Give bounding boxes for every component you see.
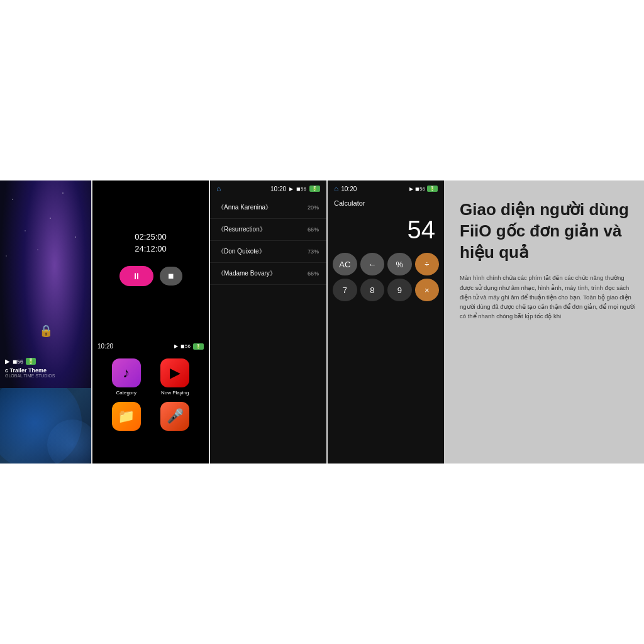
- app-grid: ♪ Category ▶ Now Playing 📁 🎤: [97, 353, 204, 436]
- panel-title: Giao diện người dùng FiiO gốc đơn giản v…: [460, 199, 636, 263]
- screen4-calculator: ⌂ 10:20 ▶ ◼56 🔋 Calculator 54 AC←%÷789×: [328, 180, 444, 464]
- calc-btn-÷[interactable]: ÷: [415, 253, 440, 275]
- home-volume-icon: ◼56: [180, 343, 191, 349]
- calc-btn-7[interactable]: 7: [333, 279, 357, 301]
- calc-header-left: ⌂ 10:20: [334, 184, 357, 193]
- ebook-battery: 🔋: [309, 186, 320, 192]
- content-row: 🔒 ▶ ◼56 🔋 c Trailer Theme GLOBAL TIME ST…: [0, 180, 644, 464]
- book-progress: 20%: [308, 204, 319, 211]
- screen1-blue-section: [0, 388, 91, 464]
- right-panel: Giao diện người dùng FiiO gốc đơn giản v…: [444, 180, 644, 464]
- screen1-controls: ▶ ◼56 🔋: [5, 358, 86, 365]
- book-list: 《Anna Karenina》 20% 《Resurrection》 66% 《…: [210, 197, 326, 285]
- book-progress: 73%: [308, 248, 319, 255]
- book-item[interactable]: 《Don Quixote》 73%: [210, 241, 326, 263]
- book-title: 《Madame Bovary》: [218, 269, 276, 278]
- category-icon: ♪: [112, 358, 141, 387]
- files-icon: 📁: [112, 402, 141, 431]
- play-icon: ▶: [5, 358, 10, 365]
- calc-number: 54: [408, 216, 436, 243]
- player-controls: ⏸ ⏹: [119, 266, 182, 286]
- calc-btn-%[interactable]: %: [387, 253, 412, 275]
- screen2-player: 02:25:00 24:12:00 ⏸ ⏹ 10:20 ▶ ◼56: [92, 180, 209, 464]
- calc-btn-8[interactable]: 8: [360, 279, 385, 301]
- lock-icon: 🔒: [39, 324, 53, 338]
- calc-play-icon: ▶: [409, 186, 413, 192]
- page: 🔒 ▶ ◼56 🔋 c Trailer Theme GLOBAL TIME ST…: [0, 0, 644, 644]
- calc-home-btn[interactable]: ⌂: [334, 184, 338, 193]
- volume-icon: ◼56: [13, 358, 23, 365]
- calc-battery: 🔋: [427, 186, 438, 192]
- screen3-ebook: ⌂ 10:20 ▶ ◼56 🔋 《Anna Karenina》 20% 《Res…: [210, 180, 326, 464]
- ebook-time: 10:20: [270, 186, 286, 192]
- nowplaying-label: Now Playing: [161, 390, 189, 396]
- panel-description: Màn hình chính chứa các phím tắt đến các…: [460, 273, 636, 321]
- calc-btn-×[interactable]: ×: [415, 279, 440, 301]
- home-screen: 10:20 ▶ ◼56 🔋 ♪ Category ▶ Now Playing: [92, 338, 209, 464]
- app-files[interactable]: 📁: [105, 402, 148, 431]
- book-title: 《Anna Karenina》: [218, 203, 272, 212]
- total-duration: 24:12:00: [135, 244, 167, 253]
- calculator-title: Calculator: [328, 197, 444, 209]
- calculator-buttons: AC←%÷789×: [328, 250, 444, 304]
- song-title: c Trailer Theme: [5, 367, 86, 374]
- home-play-icon: ▶: [174, 343, 178, 349]
- home-time: 10:20: [97, 343, 113, 350]
- now-playing-bar: ▶ ◼56 🔋 c Trailer Theme GLOBAL TIME STUD…: [0, 354, 91, 382]
- app-now-playing[interactable]: ▶ Now Playing: [154, 358, 197, 396]
- calc-status-bar: ▶ ◼56 🔋: [409, 186, 438, 192]
- book-item[interactable]: 《Resurrection》 66%: [210, 219, 326, 241]
- pause-icon: ⏸: [132, 271, 141, 281]
- stop-icon: ⏹: [167, 272, 175, 280]
- elapsed-time: 02:25:00: [135, 232, 167, 242]
- calc-btn-AC[interactable]: AC: [333, 253, 357, 275]
- calculator-display: 54: [328, 209, 444, 250]
- category-label: Category: [116, 390, 136, 396]
- book-title: 《Resurrection》: [218, 225, 266, 234]
- calc-btn-9[interactable]: 9: [387, 279, 412, 301]
- stop-button[interactable]: ⏹: [160, 267, 182, 286]
- book-item[interactable]: 《Madame Bovary》 66%: [210, 263, 326, 285]
- mic-icon: 🎤: [160, 402, 189, 431]
- ebook-home-btn[interactable]: ⌂: [216, 184, 221, 193]
- artist-name: GLOBAL TIME STUDIOS: [5, 374, 86, 378]
- ebook-header: ⌂ 10:20 ▶ ◼56 🔋: [210, 180, 326, 197]
- book-progress: 66%: [308, 270, 319, 277]
- ebook-volume: ◼56: [296, 186, 306, 192]
- book-title: 《Don Quixote》: [218, 247, 265, 256]
- book-progress: 66%: [308, 226, 319, 233]
- calc-volume: ◼56: [415, 186, 425, 192]
- app-category[interactable]: ♪ Category: [105, 358, 148, 396]
- calc-btn-←[interactable]: ←: [360, 253, 385, 275]
- calc-time: 10:20: [341, 186, 357, 192]
- home-status-icons: ▶ ◼56 🔋: [174, 343, 204, 350]
- calc-header: ⌂ 10:20 ▶ ◼56 🔋: [328, 180, 444, 197]
- book-item[interactable]: 《Anna Karenina》 20%: [210, 197, 326, 219]
- app-mic[interactable]: 🎤: [154, 402, 197, 431]
- media-player-top: 02:25:00 24:12:00 ⏸ ⏹: [92, 180, 209, 338]
- home-header: 10:20 ▶ ◼56 🔋: [97, 343, 204, 350]
- home-battery-icon: 🔋: [193, 343, 204, 350]
- ebook-play-icon: ▶: [289, 186, 293, 192]
- battery-icon: 🔋: [26, 358, 36, 365]
- pause-button[interactable]: ⏸: [119, 266, 153, 286]
- nowplaying-icon: ▶: [160, 358, 189, 387]
- screen1-lockscreen: 🔒 ▶ ◼56 🔋 c Trailer Theme GLOBAL TIME ST…: [0, 180, 91, 464]
- ebook-status-bar: 10:20 ▶ ◼56 🔋: [270, 186, 320, 192]
